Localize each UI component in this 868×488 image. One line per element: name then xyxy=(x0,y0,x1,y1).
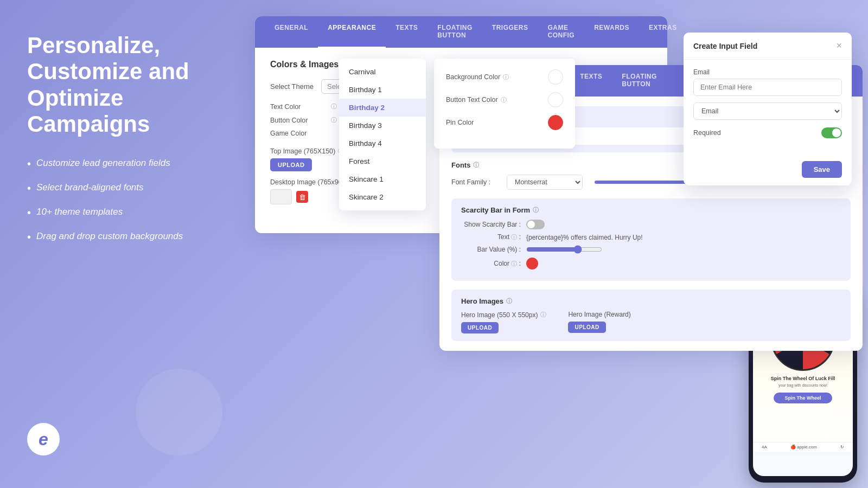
scarcity-color-label: Color ⓘ : xyxy=(461,260,521,268)
second-tab-texts[interactable]: TEXTS xyxy=(570,65,612,97)
modal-select-row: Email xyxy=(693,102,842,120)
hero-main-label: Hero Image (550 X 550px) ⓘ xyxy=(461,311,546,319)
tab-triggers[interactable]: TRIGGERS xyxy=(482,16,538,48)
scarcity-bar-section: Scarcity Bar in Form ⓘ Show Scarcity Bar… xyxy=(451,198,851,281)
bullet-list: Customize lead generation fields Select … xyxy=(27,157,206,245)
button-color-label: Button Color xyxy=(270,117,324,124)
hero-images-title: Hero Images ⓘ xyxy=(461,297,841,305)
modal-email-label: Email xyxy=(693,68,842,76)
font-family-label: Font Family : xyxy=(451,178,500,186)
phone-bottom-left: 4A xyxy=(762,445,767,450)
logo-circle: e xyxy=(27,423,60,455)
bar-value-slider[interactable] xyxy=(526,245,602,254)
pin-color-row: Pin Color xyxy=(446,115,563,130)
tab-appearance[interactable]: APPEARANCE xyxy=(318,16,386,48)
second-tab-floating-button[interactable]: FLOATING BUTTON xyxy=(612,65,684,97)
theme-dropdown-item-skincare1[interactable]: Skincare 1 xyxy=(339,170,426,188)
modal-type-select[interactable]: Email xyxy=(693,102,842,120)
scarcity-color-row: Color ⓘ : xyxy=(461,258,841,269)
scarcity-text-label: Text ⓘ : xyxy=(461,233,521,241)
toggle-knob xyxy=(527,221,535,228)
delete-desktop-image-button[interactable]: 🗑 xyxy=(296,191,308,203)
scarcity-title: Scarcity Bar in Form ⓘ xyxy=(461,206,841,214)
phone-bottom-bar: 4A 🍎 apple.com ↻ xyxy=(753,442,853,452)
show-scarcity-label: Show Scarcity Bar : xyxy=(461,221,521,228)
bar-value-label: Bar Value (%) : xyxy=(461,246,521,253)
text-color-info-icon: ⓘ xyxy=(331,102,337,111)
modal-title: Create Input Field xyxy=(693,42,757,50)
main-nav-tabs: GENERAL APPEARANCE TEXTS FLOATING BUTTON… xyxy=(255,16,667,48)
trash-icon: 🗑 xyxy=(299,193,306,201)
colors-right-section: Background Color ⓘ Button Text Color ⓘ P… xyxy=(434,59,575,149)
show-scarcity-row: Show Scarcity Bar : xyxy=(461,220,841,229)
tab-extras[interactable]: EXTRAS xyxy=(639,16,687,48)
text-color-label: Text Color xyxy=(270,103,324,111)
upload-top-image-button[interactable]: UPLOAD xyxy=(270,158,312,171)
theme-dropdown-item-birthday4[interactable]: Birthday 4 xyxy=(339,134,426,152)
hero-col-main: Hero Image (550 X 550px) ⓘ UPLOAD xyxy=(461,311,546,333)
tab-general[interactable]: GENERAL xyxy=(265,16,318,48)
theme-dropdown-item-forest[interactable]: Forest xyxy=(339,152,426,170)
game-color-label: Game Color xyxy=(270,130,324,137)
required-label: Required xyxy=(693,129,721,137)
font-family-select[interactable]: Montserrat xyxy=(507,175,583,190)
hero-col-reward: Hero Image (Reward) UPLOAD xyxy=(568,311,630,333)
modal-footer: Save xyxy=(684,156,852,185)
logo-letter: e xyxy=(39,429,48,450)
hero-row: Hero Image (550 X 550px) ⓘ UPLOAD Hero I… xyxy=(461,311,841,333)
theme-dropdown-item-carnival[interactable]: Carnival xyxy=(339,63,426,81)
apple-logo: 🍎 apple.com xyxy=(790,445,817,450)
spin-wheel-button[interactable]: Spin The Wheel xyxy=(774,393,832,403)
scarcity-text-row: Text ⓘ : {percentage}% offers claimed. H… xyxy=(461,233,841,241)
tab-game-config[interactable]: GAME CONFIG xyxy=(538,16,584,48)
bullet-item-2: Select brand-aligned fonts xyxy=(27,181,206,196)
hero-images-info-icon: ⓘ xyxy=(506,297,512,305)
bullet-item-3: 10+ theme templates xyxy=(27,206,206,220)
modal-body: Email Email Required xyxy=(684,60,852,156)
background-color-swatch[interactable] xyxy=(548,69,563,85)
create-input-modal: Create Input Field × Email Email Require… xyxy=(684,33,852,185)
tab-rewards[interactable]: REWARDS xyxy=(584,16,639,48)
bullet-item-4: Drag and drop custom backgrounds xyxy=(27,230,206,245)
fonts-info-icon: ⓘ xyxy=(473,161,479,169)
upload-hero-button[interactable]: UPLOAD xyxy=(461,322,499,333)
required-toggle[interactable] xyxy=(821,127,842,138)
required-row: Required xyxy=(693,127,842,138)
bar-value-row: Bar Value (%) : xyxy=(461,245,841,254)
theme-dropdown-item-birthday3[interactable]: Birthday 3 xyxy=(339,117,426,134)
button-text-color-label: Button Text Color ⓘ xyxy=(446,96,507,104)
scarcity-info-icon: ⓘ xyxy=(533,206,539,214)
tab-floating-button[interactable]: FLOATING BUTTON xyxy=(427,16,482,48)
desktop-image-thumbnail xyxy=(270,189,292,204)
modal-email-input[interactable] xyxy=(693,79,842,96)
theme-dropdown: Carnival Birthday 1 Birthday 2 Birthday … xyxy=(339,59,426,210)
left-title: Personalize, Customize and Optimize Camp… xyxy=(27,33,206,137)
phone-refresh-icon[interactable]: ↻ xyxy=(840,445,844,450)
button-color-info-icon: ⓘ xyxy=(331,116,337,124)
background-color-label: Background Color ⓘ xyxy=(446,73,509,81)
button-text-color-swatch[interactable] xyxy=(548,92,563,107)
hero-images-section: Hero Images ⓘ Hero Image (550 X 550px) ⓘ… xyxy=(451,290,851,341)
theme-dropdown-item-birthday2[interactable]: Birthday 2 xyxy=(339,99,426,117)
background-color-row: Background Color ⓘ xyxy=(446,69,563,85)
right-panel: GENERAL APPEARANCE TEXTS FLOATING BUTTON… xyxy=(233,0,868,488)
tab-texts[interactable]: TEXTS xyxy=(386,16,427,48)
modal-save-button[interactable]: Save xyxy=(802,161,842,178)
theme-dropdown-item-skincare2[interactable]: Skincare 2 xyxy=(339,188,426,206)
show-scarcity-toggle[interactable] xyxy=(526,220,545,229)
left-panel: Personalize, Customize and Optimize Camp… xyxy=(0,0,233,488)
pin-color-label: Pin Color xyxy=(446,119,474,126)
theme-dropdown-item-birthday1[interactable]: Birthday 1 xyxy=(339,81,426,99)
scarcity-color-swatch[interactable] xyxy=(526,258,538,269)
scarcity-color-info-icon: ⓘ xyxy=(511,260,517,267)
pin-color-swatch[interactable] xyxy=(548,115,563,130)
phone-title: Spin The Wheel Of Luck Fill xyxy=(771,376,835,381)
background-color-info-icon: ⓘ xyxy=(503,73,509,81)
scarcity-text-value: {percentage}% offers claimed. Hurry Up! xyxy=(526,234,643,241)
bullet-item-1: Customize lead generation fields xyxy=(27,157,206,171)
modal-header: Create Input Field × xyxy=(684,33,852,60)
hero-reward-label: Hero Image (Reward) xyxy=(568,311,630,318)
modal-close-button[interactable]: × xyxy=(836,40,842,52)
upload-hero-reward-button[interactable]: UPLOAD xyxy=(568,322,605,333)
phone-subtitle: your bag with discounts now! xyxy=(778,383,827,387)
